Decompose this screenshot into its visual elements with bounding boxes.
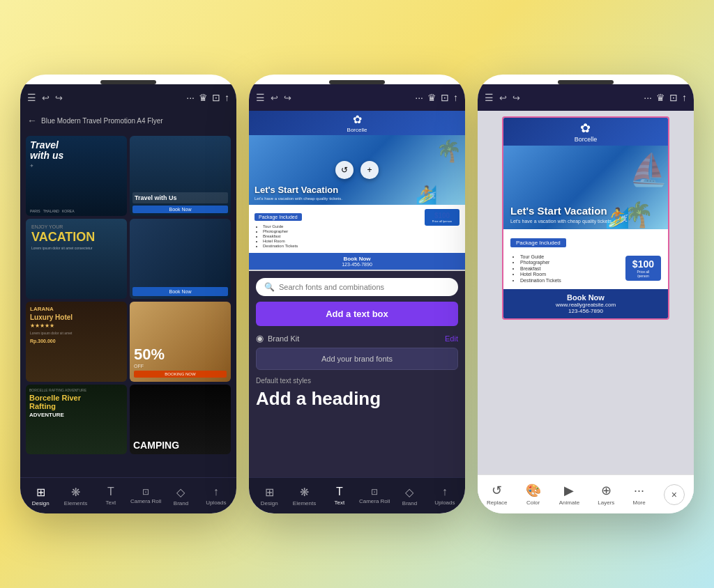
template-off: OFF — [134, 364, 227, 369]
back-arrow-icon[interactable]: ← — [27, 115, 37, 126]
template-title-collage: Travel with Us — [135, 194, 226, 201]
template-booking[interactable]: BOOKING NOW — [134, 371, 227, 378]
font-search-input[interactable] — [279, 283, 450, 291]
edit-brand-kit-link[interactable]: Edit — [445, 334, 458, 343]
redo-icon[interactable]: ↪ — [55, 93, 63, 103]
close-toolbar-button[interactable]: × — [664, 484, 685, 505]
crown-icon-2[interactable]: ♛ — [427, 92, 436, 103]
add-edit-btn[interactable]: + — [360, 161, 379, 179]
toolbar-color[interactable]: 🎨 Color — [526, 483, 541, 506]
ff-website: www.reallygreatsite.com — [508, 302, 664, 308]
brand-kit-row: ◉ Brand Kit Edit — [256, 333, 458, 343]
nav2-uploads[interactable]: ↑ Uploads — [427, 486, 462, 506]
nav-uploads[interactable]: ↑ Uploads — [199, 486, 234, 506]
hamburger-icon[interactable]: ☰ — [27, 92, 36, 103]
undo-icon-3[interactable]: ↩ — [499, 93, 507, 103]
devices-icon-2[interactable]: ⊡ — [441, 92, 449, 103]
template-card-rafting[interactable]: BORCELLE RAFTING ADVENTURE Borcelle Rive… — [26, 385, 127, 454]
template-card-collage2[interactable]: Book Now — [130, 219, 231, 299]
more-toolbar-icon: ··· — [634, 483, 644, 498]
hamburger-icon-3[interactable]: ☰ — [485, 92, 494, 103]
top-bar2-right: ··· ♛ ⊡ ↑ — [415, 92, 458, 103]
color-icon: 🎨 — [526, 483, 541, 498]
add-text-box-button[interactable]: Add a text box — [256, 302, 458, 326]
nav-text[interactable]: T Text — [93, 486, 128, 506]
redo-icon-2[interactable]: ↪ — [284, 93, 291, 103]
nav2-camera-label: Camera Roll — [359, 498, 390, 504]
template-stars: ★★★★★ — [30, 323, 54, 329]
toolbar-animate[interactable]: ▶ Animate — [559, 483, 579, 506]
ff-items: Tour Guide Photographer Breakfast Hotel … — [510, 253, 561, 284]
heading-preview[interactable]: Add a heading — [256, 389, 458, 409]
template-sub-travel: ✈ — [30, 163, 123, 168]
flyer-item-3: Hotel Room — [263, 239, 302, 243]
flyer-item-1: Photographer — [263, 229, 302, 233]
template-title-travel: Travelwith us — [30, 140, 123, 162]
replace-icon: ↺ — [492, 483, 502, 498]
canvas-area[interactable]: ✿ Borcelle ⛵ 🌴 🏄 Let's Start Vacation Le… — [478, 111, 694, 474]
more-icon-2[interactable]: ··· — [415, 92, 423, 103]
brand-kit-icon: ◉ — [256, 333, 264, 343]
ff-item-4: Destination Tickets — [520, 278, 561, 283]
crown-icon-3[interactable]: ♛ — [656, 92, 665, 103]
ff-item-2: Breakfast — [520, 266, 561, 271]
template-rafting-title: Borcelle RiverRafting — [29, 394, 123, 410]
bottom-nav-phone1: ⊞ Design ❋ Elements T Text ⊡ Camera Roll… — [20, 477, 236, 513]
palm-tree-decoration: 🌴 — [436, 139, 462, 163]
nav-camera-label: Camera Roll — [130, 498, 161, 504]
redo-icon-3[interactable]: ↪ — [512, 93, 520, 103]
top-bar-phone1: ☰ ↩ ↪ ··· ♛ ⊡ ↑ — [20, 84, 236, 111]
refresh-edit-btn[interactable]: ↺ — [335, 161, 354, 179]
ff-header: ✿ Borcelle — [503, 118, 668, 146]
phone3-content: ✿ Borcelle ⛵ 🌴 🏄 Let's Start Vacation Le… — [478, 111, 694, 513]
undo-icon[interactable]: ↩ — [42, 93, 50, 103]
hamburger-icon-2[interactable]: ☰ — [256, 92, 265, 103]
nav2-design[interactable]: ⊞ Design — [252, 486, 287, 506]
sailboat-decoration: ⛵ — [629, 151, 668, 188]
template-card-promo[interactable]: 50% OFF BOOKING NOW — [130, 302, 231, 382]
layers-label: Layers — [598, 500, 614, 506]
uploads-icon: ↑ — [213, 486, 219, 498]
template-card-collage[interactable]: Travel with Us Book Now — [130, 136, 231, 216]
template-enjoy-label: ENJOY YOUR — [31, 224, 121, 229]
font-search-box[interactable]: 🔍 — [256, 278, 458, 296]
nav-uploads-label: Uploads — [206, 500, 226, 506]
nav2-camera[interactable]: ⊡ Camera Roll — [357, 487, 392, 504]
more-icon[interactable]: ··· — [186, 92, 195, 103]
brand-icon: ◇ — [176, 486, 185, 499]
nav2-text[interactable]: T Text — [322, 486, 357, 506]
nav2-brand[interactable]: ◇ Brand — [392, 486, 427, 506]
template-card-vacation[interactable]: ENJOY YOUR VACATION Lorem ipsum dolor si… — [26, 219, 127, 299]
share-icon-2[interactable]: ↑ — [453, 92, 458, 103]
share-icon-3[interactable]: ↑ — [682, 92, 687, 103]
template-discount: 50% — [134, 346, 227, 364]
brand-fonts-button[interactable]: Add your brand fonts — [256, 348, 458, 370]
more-icon-3[interactable]: ··· — [644, 92, 652, 103]
template-card-hotel[interactable]: LARANA Luxury Hotel ★★★★★ Lorem ipsum do… — [26, 302, 127, 382]
template-card-travel[interactable]: Travelwith us ✈ PARISTHALANDKOREA — [26, 136, 127, 216]
toolbar-more[interactable]: ··· More — [633, 483, 646, 506]
ff-price-label: Price all/person — [632, 270, 654, 278]
share-icon[interactable]: ↑ — [225, 92, 229, 103]
template-camping-title: CAMPING — [133, 440, 179, 451]
nav-design[interactable]: ⊞ Design — [23, 486, 58, 506]
devices-icon[interactable]: ⊡ — [212, 92, 220, 103]
toolbar-layers[interactable]: ⊕ Layers — [598, 483, 614, 506]
template-vacation-sub: Lorem ipsum dolor sit amet consectetur — [31, 246, 121, 251]
default-styles-label: Default text styles — [256, 377, 458, 385]
ff-item-0: Tour Guide — [520, 254, 561, 259]
devices-icon-3[interactable]: ⊡ — [669, 92, 678, 103]
toolbar-replace[interactable]: ↺ Replace — [487, 483, 507, 506]
text-panel: 🔍 Add a text box ◉ Brand Kit Edit Add yo… — [249, 271, 465, 477]
crown-icon[interactable]: ♛ — [199, 92, 208, 103]
person-decoration-3: 🏄 — [605, 206, 630, 229]
template-book-btn[interactable]: Book Now — [132, 206, 228, 213]
nav-elements[interactable]: ❋ Elements — [58, 486, 93, 506]
nav-camera[interactable]: ⊡ Camera Roll — [128, 487, 163, 504]
nav2-elements-label: Elements — [293, 500, 316, 506]
nav2-elements[interactable]: ❋ Elements — [287, 486, 321, 506]
canvas-preview: ✿ Borcelle 🌴 🏄 Let's Start Vacation Let'… — [249, 111, 465, 271]
nav-brand[interactable]: ◇ Brand — [163, 486, 198, 506]
undo-icon-2[interactable]: ↩ — [271, 93, 278, 103]
template-card-camping[interactable]: CAMPING — [130, 385, 231, 454]
